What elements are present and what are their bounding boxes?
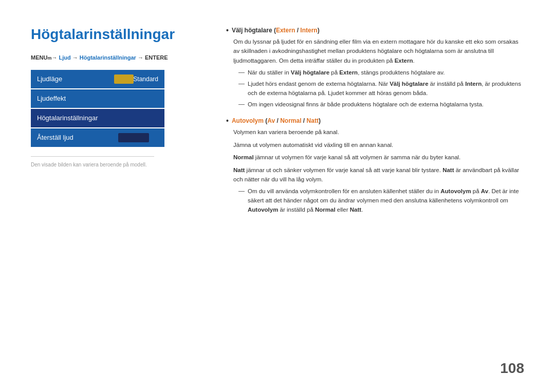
section1-dash1-text: När du ställer in Välj högtalare på Exte… [248, 68, 445, 78]
section2-para4: Natt jämnar ut och sänker volymen för va… [233, 165, 524, 184]
section1-title-text: Välj högtalare (Extern / Intern) [232, 27, 320, 34]
right-column: • Välj högtalare (Extern / Intern) Om du… [226, 26, 524, 371]
menu-path: MENUm→ Ljud → Högtalarinställningar → EN… [31, 54, 206, 61]
page-number: 108 [500, 360, 524, 377]
bullet-dot-2: • [226, 117, 229, 124]
menu-item-ludlage[interactable]: Ljudläge Standard [31, 70, 164, 88]
section1-dash2: — Ljudet hörs endast genom de externa hö… [233, 80, 524, 98]
divider [31, 156, 154, 157]
section-autovolym: • Autovolym (Av / Normal / Natt) Volymen… [226, 117, 524, 214]
menu-panel: Ljudläge Standard Ljudeffekt Högtalarins… [31, 70, 164, 147]
section2-title-text: Autovolym (Av / Normal / Natt) [232, 117, 321, 124]
menu-prefix: MENU [31, 54, 47, 61]
menu-item-hogtalar[interactable]: Högtalarinställningar [31, 109, 164, 127]
section1-title: • Välj högtalare (Extern / Intern) [226, 27, 524, 34]
menu-item-aterstall[interactable]: Återställ ljud [31, 128, 164, 147]
ludlage-slider [114, 74, 134, 84]
section1-dash1: — När du ställer in Välj högtalare på Ex… [233, 68, 524, 78]
section1-dash3: — Om ingen videosignal finns är både pro… [233, 100, 524, 109]
section2-content: Volymen kan variera beroende på kanal. J… [226, 127, 524, 214]
section2-para2: Jämna ut volymen automatiskt vid växling… [233, 140, 524, 150]
menu-arrows: → Ljud → Högtalarinställningar → ENTERE [51, 54, 168, 61]
section2-title: • Autovolym (Av / Normal / Natt) [226, 117, 524, 124]
aterstall-slider [118, 133, 149, 142]
section1-intro: Om du lyssnar på ljudet för en sändning … [233, 37, 524, 65]
section2-dash1: — Om du vill använda volymkontrollen för… [233, 187, 524, 214]
section1-dash3-text: Om ingen videosignal finns är både produ… [248, 100, 484, 109]
left-column: Högtalarinställningar MENUm→ Ljud → Högt… [31, 26, 206, 371]
menu-item-label-ludeffekt: Ljudeffekt [37, 95, 158, 102]
section1-content: Om du lyssnar på ljudet för en sändning … [226, 37, 524, 109]
page-title: Högtalarinställningar [31, 26, 206, 43]
menu-item-ludeffekt[interactable]: Ljudeffekt [31, 89, 164, 108]
bullet-dot-1: • [226, 27, 229, 34]
section2-para1: Volymen kan variera beroende på kanal. [233, 127, 524, 137]
section1-dash2-text: Ljudet hörs endast genom de externa högt… [248, 80, 524, 98]
menu-item-label-hogtalar: Högtalarinställningar [37, 114, 158, 122]
section2-dash1-text: Om du vill använda volymkontrollen för e… [248, 187, 524, 214]
model-note: Den visade bilden kan variera beroende p… [31, 162, 206, 167]
menu-item-value-ludlage: Standard [133, 76, 158, 83]
section2-para3: Normal jämnar ut volymen för varje kanal… [233, 153, 524, 162]
section-valj-hogtalare: • Välj högtalare (Extern / Intern) Om du… [226, 27, 524, 109]
